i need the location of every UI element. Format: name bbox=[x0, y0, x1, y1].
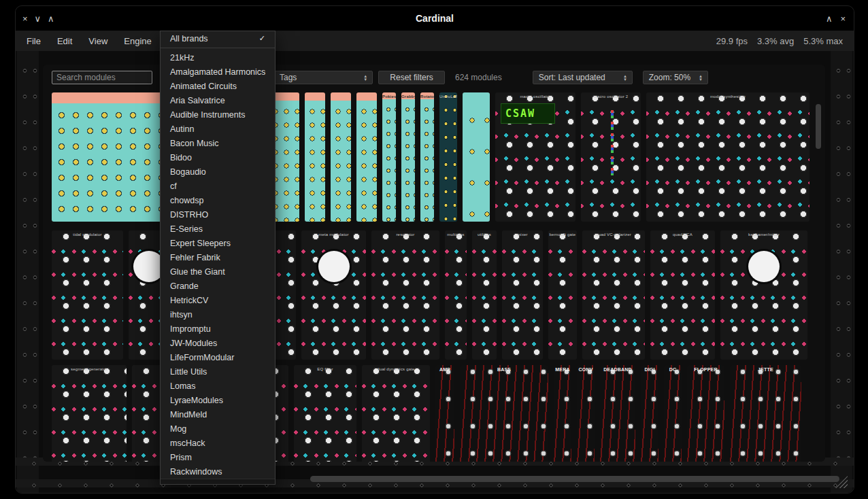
module-tile[interactable]: meta modulator bbox=[301, 230, 366, 360]
module-title: resonator bbox=[371, 233, 439, 237]
brand-menu-item[interactable]: ihtsyn bbox=[161, 307, 275, 322]
brand-menu-item[interactable]: MindMeld bbox=[161, 407, 275, 421]
vertical-scrollbar-thumb[interactable] bbox=[816, 104, 821, 149]
module-tile[interactable]: Pokies bbox=[382, 92, 396, 222]
module-title: modal synthesizer bbox=[646, 94, 809, 99]
module-tile[interactable]: macro oscillator 2 bbox=[581, 92, 641, 222]
search-input[interactable] bbox=[52, 71, 152, 84]
tags-filter-label: Tags bbox=[280, 73, 297, 82]
module-title: DIGI bbox=[641, 367, 658, 372]
brand-menu-item[interactable]: Bidoo bbox=[161, 150, 275, 165]
module-tile[interactable]: DEADBAND bbox=[600, 365, 635, 462]
module-title: tidal modulator bbox=[52, 233, 123, 237]
module-tile[interactable]: UnDuLaR bbox=[439, 92, 457, 222]
module-title: EQ filter bbox=[294, 367, 356, 371]
menubar-item-file[interactable]: File bbox=[27, 36, 41, 46]
module-tile[interactable] bbox=[305, 92, 325, 222]
module-title: JETTE bbox=[730, 367, 801, 372]
module-tile[interactable]: utilities bbox=[472, 230, 497, 360]
brand-menu-item[interactable]: Amalgamated Harmonics bbox=[161, 65, 275, 79]
menubar-item-edit[interactable]: Edit bbox=[57, 36, 72, 46]
module-tile[interactable]: keyframer/mixer bbox=[720, 230, 807, 360]
brand-menu-item[interactable]: Animated Circuits bbox=[161, 79, 275, 93]
menubar-item-engine[interactable]: Engine bbox=[124, 36, 151, 46]
brand-menu-item[interactable]: Lomas bbox=[161, 379, 275, 393]
brand-menu-item[interactable]: Bacon Music bbox=[161, 136, 275, 150]
module-tile[interactable]: modal synthesizer bbox=[646, 92, 809, 222]
performance-stats: 29.9 fps 3.3% avg 5.3% max bbox=[716, 36, 843, 46]
brand-menu-item[interactable]: cf bbox=[161, 179, 275, 193]
brand-menu-item[interactable]: Little Utils bbox=[161, 364, 275, 379]
brand-menu: All brands ✓ 21kHzAmalgamated HarmonicsA… bbox=[160, 31, 276, 485]
module-tile[interactable]: bernoulli gate bbox=[548, 230, 577, 360]
module-title: DC bbox=[664, 367, 682, 372]
brand-menu-item[interactable]: Aria Salvatrice bbox=[161, 93, 275, 107]
brand-menu-item[interactable]: Prism bbox=[161, 450, 275, 464]
module-tile[interactable]: BASS bbox=[460, 365, 548, 462]
brand-menu-item[interactable]: Fehler Fabrik bbox=[161, 250, 275, 264]
window-title: Cardinal bbox=[16, 6, 854, 31]
module-tile[interactable] bbox=[331, 92, 351, 222]
brand-menu-item[interactable]: Mog bbox=[161, 421, 275, 436]
menu-scroll-indicator[interactable] bbox=[161, 479, 275, 484]
module-title: DEADBAND bbox=[600, 367, 635, 372]
plugin-window: × ∨ ∧ Cardinal ∧ × FileEditViewEngineHel… bbox=[15, 5, 854, 494]
module-title: keyframer/mixer bbox=[720, 233, 807, 237]
module-tile[interactable]: MERA bbox=[554, 365, 571, 462]
module-tile[interactable]: DC bbox=[664, 365, 682, 462]
brand-menu-item[interactable]: chowdsp bbox=[161, 193, 275, 207]
brand-menu-item[interactable]: Audible Instruments bbox=[161, 107, 275, 122]
module-tile[interactable]: quad VC-polarizer bbox=[582, 230, 645, 360]
module-title: AMP bbox=[435, 367, 454, 372]
reset-filters-button[interactable]: Reset filters bbox=[378, 71, 445, 84]
module-tile[interactable]: Rotatoes bbox=[420, 92, 434, 222]
window-close-icon[interactable]: × bbox=[840, 14, 846, 24]
brand-menu-item-all[interactable]: All brands ✓ bbox=[161, 31, 275, 46]
brand-menu-item[interactable]: Impromptu bbox=[161, 322, 275, 336]
brand-menu-item[interactable]: Bogaudio bbox=[161, 165, 275, 179]
brand-menu-item[interactable]: Glue the Giant bbox=[161, 264, 275, 279]
module-tile[interactable]: macro oscillatorCSAW bbox=[495, 92, 575, 222]
brand-menu-item[interactable]: LifeFormModular bbox=[161, 350, 275, 364]
module-tile[interactable]: DIGI bbox=[641, 365, 658, 462]
brand-menu-item[interactable]: LyraeModules bbox=[161, 393, 275, 407]
brand-menu-item[interactable]: Autinn bbox=[161, 122, 275, 136]
tags-filter-dropdown[interactable]: Tags ▴▾ bbox=[273, 71, 373, 84]
brand-menu-item[interactable]: E-Series bbox=[161, 222, 275, 236]
module-tile[interactable]: AMP bbox=[435, 365, 454, 462]
module-tile[interactable] bbox=[356, 92, 377, 222]
module-tile[interactable]: resonator bbox=[371, 230, 439, 360]
module-tile[interactable]: EQ filter bbox=[294, 365, 356, 462]
module-tile[interactable]: Grabby bbox=[401, 92, 415, 222]
max-cpu-stat: 5.3% max bbox=[803, 36, 843, 46]
brand-menu-item[interactable]: 21kHz bbox=[161, 50, 275, 65]
module-tile[interactable]: tidal modulator bbox=[52, 230, 123, 360]
horizontal-scrollbar-thumb[interactable] bbox=[310, 476, 839, 482]
module-title: Grabby bbox=[401, 94, 415, 99]
module-tile[interactable]: mixer bbox=[502, 230, 543, 360]
zoom-label: Zoom: 50% bbox=[649, 73, 690, 82]
brand-menu-item[interactable]: HetrickCV bbox=[161, 293, 275, 307]
zoom-dropdown[interactable]: Zoom: 50% ▴▾ bbox=[643, 71, 708, 84]
module-title: MERA bbox=[554, 367, 571, 372]
brand-menu-item[interactable]: JW-Modules bbox=[161, 336, 275, 350]
module-tile[interactable]: FLOPPER bbox=[687, 365, 724, 462]
brand-menu-item[interactable]: DISTRHO bbox=[161, 207, 275, 222]
module-tile[interactable]: quad VCA bbox=[650, 230, 715, 360]
brand-menu-item[interactable]: mscHack bbox=[161, 436, 275, 450]
menubar-item-view[interactable]: View bbox=[88, 36, 107, 46]
brand-menu-item[interactable]: Grande bbox=[161, 279, 275, 293]
brand-menu-item[interactable]: Rackwindows bbox=[161, 464, 275, 479]
brand-menu-item[interactable]: Expert Sleepers bbox=[161, 236, 275, 250]
brand-menu-list: 21kHzAmalgamated HarmonicsAnimated Circu… bbox=[161, 50, 275, 479]
module-tile[interactable]: CONV bbox=[577, 365, 595, 462]
module-tile[interactable]: multiples bbox=[445, 230, 467, 360]
titlebar[interactable]: × ∨ ∧ Cardinal ∧ × bbox=[16, 6, 854, 31]
module-title: Pokies bbox=[382, 94, 396, 99]
module-tile[interactable]: segment generator bbox=[52, 365, 127, 462]
module-tile[interactable] bbox=[463, 92, 490, 222]
module-tile[interactable]: dual dynamics gate bbox=[362, 365, 430, 462]
maximize-icon[interactable]: ∧ bbox=[826, 14, 833, 24]
sort-dropdown[interactable]: Sort: Last updated ▴▾ bbox=[533, 71, 633, 84]
module-tile[interactable]: JETTE bbox=[730, 365, 801, 462]
